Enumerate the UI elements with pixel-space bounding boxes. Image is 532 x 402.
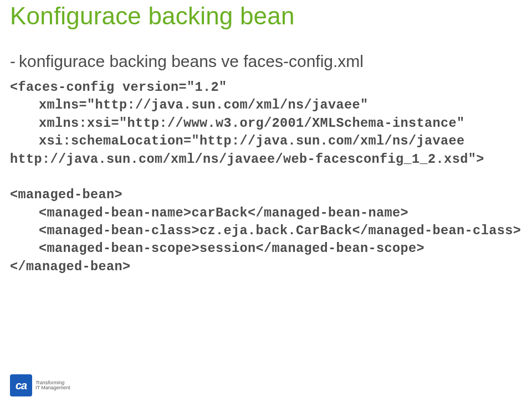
code-line: xmlns="http://java.sun.com/xml/ns/javaee… [10,96,522,114]
code-line: <managed-bean-class>cz.eja.back.CarBack<… [10,222,522,240]
bullet-dash-icon: - [10,52,16,71]
code-line: </managed-bean> [10,258,522,276]
slide-title: Konfigurace backing bean [10,2,522,30]
footer-logo: ca Transforming IT Management [10,374,70,396]
slide: Konfigurace backing bean - konfigurace b… [0,0,532,402]
code-line: <managed-bean-name>carBack</managed-bean… [10,204,522,222]
code-blank-line [10,168,522,186]
code-line: <faces-config version="1.2" [10,79,522,96]
bullet-text: konfigurace backing beans ve faces-confi… [19,52,364,71]
logo-tagline: Transforming IT Management [35,380,70,391]
code-line: xmlns:xsi="http://www.w3.org/2001/XMLSch… [10,115,522,132]
tagline-line2: IT Management [35,385,70,390]
code-line: http://java.sun.com/xml/ns/javaee/web-fa… [10,151,522,168]
ca-logo-text: ca [16,379,27,392]
code-line: xsi:schemaLocation="http://java.sun.com/… [10,132,522,150]
code-line: <managed-bean> [10,186,522,204]
ca-logo-box: ca [10,374,32,396]
code-block: <faces-config version="1.2" xmlns="http:… [10,79,522,276]
code-line: <managed-bean-scope>session</managed-bea… [10,240,522,257]
bullet-item: - konfigurace backing beans ve faces-con… [10,52,522,71]
ca-logo-icon: ca [10,374,32,396]
